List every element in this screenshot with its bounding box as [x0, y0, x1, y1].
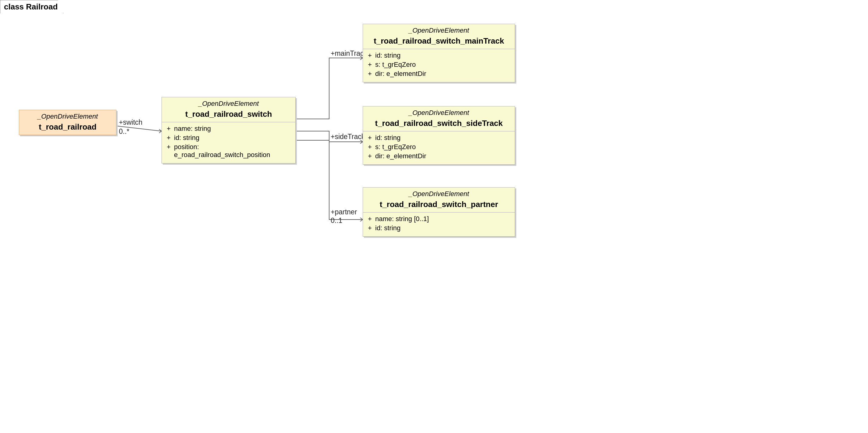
maintrack-attr-1: + s: t_grEqZero	[368, 61, 510, 68]
class-partner: _OpenDriveElement t_road_railroad_switch…	[363, 187, 515, 237]
railroad-name: t_road_railroad	[19, 121, 116, 135]
maintrack-attr-0: + id: string	[368, 52, 510, 59]
partner-attributes: + name: string [0..1] + id: string	[363, 212, 515, 236]
sidetrack-attributes: + id: string + s: t_grEqZero + dir: e_el…	[363, 132, 515, 164]
maintrack-name: t_road_railroad_switch_mainTrack	[363, 35, 515, 49]
sidetrack-stereotype: _OpenDriveElement	[363, 107, 515, 117]
class-maintrack: _OpenDriveElement t_road_railroad_switch…	[363, 24, 515, 82]
switch-attr-2: + position: e_road_railroad_switch_posit…	[167, 143, 290, 159]
class-sidetrack: _OpenDriveElement t_road_railroad_switch…	[363, 106, 515, 165]
partner-name: t_road_railroad_switch_partner	[363, 199, 515, 212]
switch-mult: 0..*	[119, 127, 129, 136]
switch-name: t_road_railroad_switch	[162, 108, 295, 122]
railroad-stereotype: _OpenDriveElement	[19, 110, 116, 121]
sidetrack-attr-2: + dir: e_elementDir	[368, 152, 510, 160]
switch-attributes: + name: string + id: string + position: …	[162, 122, 295, 163]
partner-attr-1: + id: string	[368, 224, 510, 232]
maintrack-label: +mainTrack	[331, 49, 367, 58]
partner-attr-0: + name: string [0..1]	[368, 215, 510, 223]
partner-mult: 0..1	[331, 216, 342, 225]
sidetrack-attr-1: + s: t_grEqZero	[368, 143, 510, 151]
switch-attr-1: + id: string	[167, 134, 290, 142]
sidetrack-name: t_road_railroad_switch_sideTrack	[363, 117, 515, 131]
class-switch: _OpenDriveElement t_road_railroad_switch…	[161, 97, 296, 164]
maintrack-stereotype: _OpenDriveElement	[363, 24, 515, 35]
switch-stereotype: _OpenDriveElement	[162, 97, 295, 108]
partner-stereotype: _OpenDriveElement	[363, 187, 515, 199]
switch-attr-0: + name: string	[167, 125, 290, 133]
partner-label: +partner	[331, 208, 357, 216]
sidetrack-attr-0: + id: string	[368, 134, 510, 142]
sidetrack-label: +sideTrack	[331, 133, 365, 141]
switch-label: +switch	[119, 118, 142, 126]
maintrack-attributes: + id: string + s: t_grEqZero + dir: e_el…	[363, 49, 515, 82]
diagram-title: class Railroad	[0, 0, 63, 13]
maintrack-attr-2: + dir: e_elementDir	[368, 70, 510, 78]
class-railroad: _OpenDriveElement t_road_railroad	[19, 110, 117, 135]
